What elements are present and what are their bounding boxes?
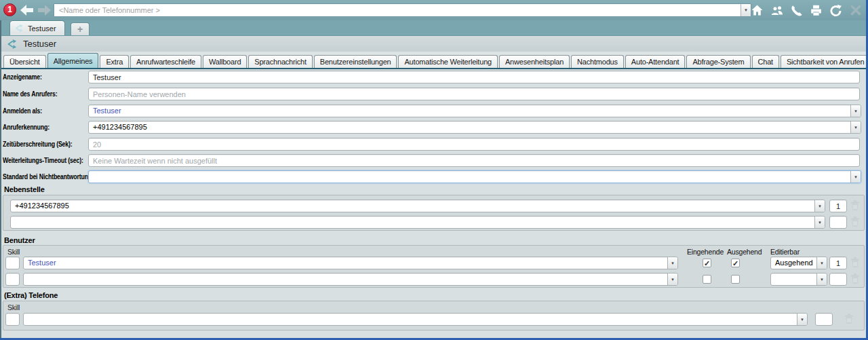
tab-auto-attendant[interactable]: Auto-Attendant (625, 55, 686, 68)
skill-column-header: Skill (7, 248, 20, 256)
selected-value: Testuser (89, 105, 850, 117)
nebenstelle-number-select[interactable] (10, 216, 825, 229)
ausgehend-checkbox[interactable]: ✓ (731, 259, 740, 267)
nebenstelle-number-select[interactable]: +491234567895 (10, 200, 825, 212)
search-input[interactable] (54, 4, 741, 16)
selected-value (89, 171, 850, 183)
field-label: Weiterleitungs-Timeout (sec): (3, 154, 83, 167)
weiterleitungs-timeout-input[interactable] (88, 154, 860, 167)
chevron-down-icon[interactable] (667, 257, 677, 269)
top-toolbar: 1 (0, 0, 868, 20)
tab-allgemeines[interactable]: Allgemeines (47, 53, 99, 68)
ausgehend-checkbox[interactable] (731, 275, 740, 284)
form-row-anruferkennung: Anruferkennung: +491234567895 (0, 121, 868, 134)
selected-value (24, 314, 797, 325)
eingehende-column-header: Eingehende (687, 248, 724, 256)
trash-icon[interactable] (844, 314, 854, 324)
forward-icon[interactable] (37, 3, 52, 17)
tab-abfrage-system[interactable]: Abfrage-System (686, 55, 750, 68)
tab-wallboard[interactable]: Wallboard (203, 55, 247, 68)
tab-nachtmodus[interactable]: Nachtmodus (571, 55, 624, 68)
chevron-down-icon[interactable] (816, 273, 827, 285)
chevron-down-icon[interactable] (850, 121, 861, 133)
skill-column-header: Skill (7, 303, 20, 311)
skill-input[interactable] (5, 257, 20, 269)
form-row-weiterleitungs-timeout: Weiterleitungs-Timeout (sec): (0, 154, 868, 167)
toolbar-icon-group (750, 3, 863, 18)
chevron-down-icon[interactable] (797, 314, 807, 325)
close-icon[interactable] (848, 3, 863, 17)
field-label: Anzeigename: (3, 71, 42, 83)
editierbar-select[interactable]: Ausgehend (770, 257, 827, 269)
selected-value (11, 216, 814, 228)
tab-uebersicht[interactable]: Übersicht (3, 55, 46, 68)
chevron-down-icon[interactable] (667, 273, 677, 285)
trash-icon[interactable] (850, 273, 860, 284)
chevron-down-icon[interactable] (814, 216, 825, 228)
tab-extra[interactable]: Extra (100, 55, 129, 68)
notification-badge: 1 (3, 3, 16, 16)
settings-tab-bar: Übersicht Allgemeines Extra Anrufwartesc… (0, 52, 868, 68)
session-tab-testuser[interactable]: Testuser (9, 20, 65, 35)
field-label: Anruferkennung: (3, 121, 50, 134)
window-border-left (0, 20, 1, 340)
phone-icon[interactable] (789, 3, 804, 17)
chevron-down-icon[interactable] (850, 171, 861, 183)
editierbar-column-header: Editierbar (770, 248, 800, 256)
editierbar-select[interactable] (770, 273, 827, 286)
tab-chat[interactable]: Chat (752, 55, 779, 68)
eingehende-checkbox[interactable]: ✓ (703, 259, 711, 267)
trash-icon[interactable] (850, 200, 860, 211)
refresh-icon[interactable] (829, 3, 843, 17)
chevron-down-icon[interactable] (816, 257, 827, 269)
tab-sprachnachricht[interactable]: Sprachnachricht (248, 55, 313, 68)
selected-value: +491234567895 (11, 200, 814, 212)
plus-icon: + (77, 24, 83, 34)
contacts-icon[interactable] (770, 3, 784, 17)
selected-value: +491234567895 (89, 121, 850, 133)
print-icon[interactable] (809, 3, 823, 17)
standard-bei-nichtbeantwortung-select[interactable] (88, 170, 861, 183)
chevron-down-icon[interactable] (814, 200, 825, 212)
form-row-anzeigename: Anzeigename: (0, 71, 868, 83)
form-row-name-des-anrufers: Name des Anrufers: (0, 88, 868, 100)
back-icon[interactable] (19, 3, 35, 17)
field-label: Standard bei Nichtbeantwortung: (3, 170, 94, 183)
trash-icon[interactable] (850, 257, 860, 268)
trash-icon[interactable] (850, 216, 860, 227)
skill-input[interactable] (5, 273, 20, 286)
tab-sichtbarkeit-von-anrufen[interactable]: Sichtbarkeit von Anrufen (781, 55, 868, 68)
selected-value: Ausgehend (771, 257, 816, 269)
benutzer-position-input[interactable] (829, 273, 847, 286)
tab-benutzereinstellungen[interactable]: Benutzereinstellungen (314, 55, 397, 68)
section-title-extra-telefone: (Extra) Telefone (4, 291, 58, 299)
form-row-anmelden-als: Anmelden als: Testuser (0, 105, 868, 117)
tab-underline (0, 68, 868, 69)
zeitueberschreitung-input[interactable] (88, 138, 860, 151)
benutzer-user-select[interactable]: Testuser (23, 257, 678, 269)
tab-anwesenheitsplan[interactable]: Anwesenheitsplan (499, 55, 570, 68)
add-tab-button[interactable]: + (71, 22, 90, 35)
anmelden-als-select[interactable]: Testuser (88, 105, 861, 117)
extra-telefon-position-input[interactable] (815, 313, 833, 326)
skill-input[interactable] (5, 313, 20, 326)
page-title: Testuser (23, 39, 56, 49)
eingehende-checkbox[interactable] (703, 275, 711, 284)
anzeigename-input[interactable] (88, 71, 860, 83)
extra-telefon-select[interactable] (23, 313, 808, 326)
anruferkennung-select[interactable]: +491234567895 (88, 121, 861, 134)
chevron-down-icon[interactable] (741, 4, 751, 16)
pbx-admin-window: 1 (0, 0, 868, 340)
benutzer-user-select[interactable] (23, 273, 678, 286)
tab-anrufwarteschleife[interactable]: Anrufwarteschleife (130, 55, 201, 68)
home-icon[interactable] (750, 3, 764, 17)
benutzer-position-input[interactable] (829, 257, 847, 269)
chevron-down-icon[interactable] (850, 105, 861, 117)
nebenstelle-position-input[interactable] (829, 216, 847, 229)
name-des-anrufers-input[interactable] (88, 88, 860, 100)
tab-automatische-weiterleitung[interactable]: Automatische Weiterleitung (398, 55, 498, 68)
extra-telefone-section: Skill (3, 301, 865, 330)
extension-icon (15, 24, 24, 33)
page-header: Testuser (0, 36, 868, 52)
nebenstelle-position-input[interactable] (829, 200, 847, 212)
